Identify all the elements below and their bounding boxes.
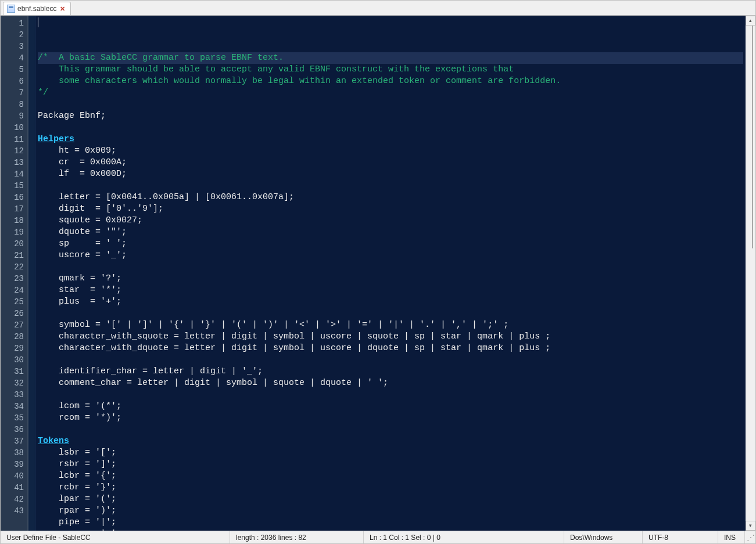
scroll-up-button[interactable]: ▴ xyxy=(746,16,755,26)
code-line[interactable]: lcom = '(*'; xyxy=(38,401,743,412)
tab-bar: ebnf.sablecc ✕ xyxy=(1,1,755,16)
tab-ebnf[interactable]: ebnf.sablecc ✕ xyxy=(3,2,71,15)
vertical-scrollbar[interactable]: ▴ ▾ xyxy=(746,16,755,531)
code-line[interactable]: rsbr = ']'; xyxy=(38,459,743,470)
code-line[interactable]: Helpers xyxy=(38,134,743,145)
line-number-gutter: 1234567891011121314151617181920212223242… xyxy=(1,16,28,531)
code-line[interactable]: qmark = '?'; xyxy=(38,273,743,284)
code-line[interactable]: identifier_char = letter | digit | '_'; xyxy=(38,366,743,377)
code-line[interactable]: lsbr = '['; xyxy=(38,447,743,459)
code-line[interactable] xyxy=(38,122,743,134)
code-line[interactable]: plus = '+'; xyxy=(38,296,743,308)
code-line[interactable] xyxy=(38,424,743,435)
code-line[interactable]: character_with_dquote = letter | digit |… xyxy=(38,343,743,354)
text-caret xyxy=(38,17,38,27)
status-insert-mode: INS xyxy=(718,531,745,543)
fold-column xyxy=(28,16,35,531)
scroll-down-button[interactable]: ▾ xyxy=(746,521,755,531)
editor-window: ebnf.sablecc ✕ 1234567891011121314151617… xyxy=(0,0,756,544)
code-line[interactable]: some characters which would normally be … xyxy=(38,75,743,87)
code-line[interactable]: rcbr = '}'; xyxy=(38,482,743,493)
code-line[interactable]: /* A basic SableCC grammar to parse EBNF… xyxy=(38,52,743,64)
code-line[interactable]: cr = 0x000A; xyxy=(38,157,743,168)
code-line[interactable]: sp = ' '; xyxy=(38,238,743,250)
status-length: length : 2036 lines : 82 xyxy=(230,531,364,543)
code-line[interactable] xyxy=(38,308,743,319)
code-line[interactable]: lpar = '('; xyxy=(38,493,743,505)
status-eol: Dos\Windows xyxy=(564,531,643,543)
status-position: Ln : 1 Col : 1 Sel : 0 | 0 xyxy=(364,531,564,543)
tab-title: ebnf.sablecc xyxy=(17,5,56,13)
code-view[interactable]: /* A basic SableCC grammar to parse EBNF… xyxy=(35,16,746,531)
code-line[interactable]: Tokens xyxy=(38,435,743,447)
code-line[interactable]: rpar = ')'; xyxy=(38,505,743,517)
code-line[interactable]: dquote = '"'; xyxy=(38,226,743,238)
status-encoding: UTF-8 xyxy=(643,531,718,543)
code-line[interactable]: pipe = '|'; xyxy=(38,517,743,528)
code-line[interactable]: squote = 0x0027; xyxy=(38,215,743,226)
code-line[interactable]: uscore = '_'; xyxy=(38,250,743,261)
code-line[interactable] xyxy=(38,354,743,366)
code-line[interactable]: ht = 0x009; xyxy=(38,145,743,157)
editor-area: 1234567891011121314151617181920212223242… xyxy=(1,16,755,531)
code-line[interactable]: star = '*'; xyxy=(38,284,743,296)
status-bar: User Define File - SableCC length : 2036… xyxy=(1,531,755,543)
code-line[interactable] xyxy=(38,261,743,273)
code-line[interactable]: lf = 0x000D; xyxy=(38,168,743,180)
close-icon[interactable]: ✕ xyxy=(59,5,66,12)
code-line[interactable]: rcom = '*)'; xyxy=(38,412,743,424)
code-line[interactable]: comma = ','; xyxy=(38,528,743,531)
code-line[interactable]: comment_char = letter | digit | symbol |… xyxy=(38,377,743,389)
code-line[interactable]: Package Ebnf; xyxy=(38,110,743,122)
code-line[interactable]: */ xyxy=(38,87,743,99)
code-line[interactable]: letter = [0x0041..0x005a] | [0x0061..0x0… xyxy=(38,192,743,203)
scroll-thumb[interactable] xyxy=(752,26,753,248)
code-line[interactable]: This grammar should be able to accept an… xyxy=(38,64,743,75)
code-line[interactable] xyxy=(38,180,743,192)
code-line[interactable] xyxy=(38,99,743,110)
code-line[interactable] xyxy=(38,389,743,401)
status-language: User Define File - SableCC xyxy=(1,531,230,543)
code-line[interactable]: symbol = '[' | ']' | '{' | '}' | '(' | '… xyxy=(38,319,743,331)
code-line[interactable]: lcbr = '{'; xyxy=(38,470,743,482)
code-line[interactable]: character_with_squote = letter | digit |… xyxy=(38,331,743,343)
code-line[interactable]: digit = ['0'..'9']; xyxy=(38,203,743,215)
file-icon xyxy=(7,5,15,13)
resize-grip-icon[interactable]: ⋰ xyxy=(745,533,755,542)
